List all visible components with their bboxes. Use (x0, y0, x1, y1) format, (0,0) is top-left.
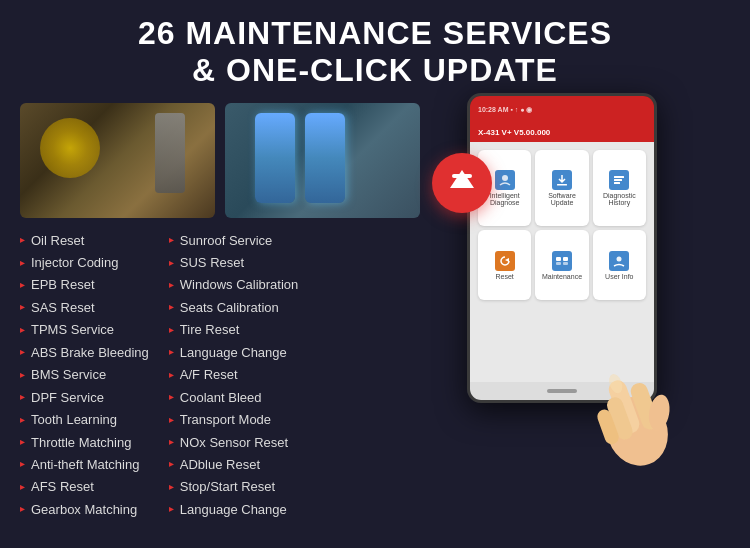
reset-icon (495, 251, 515, 271)
list-item-label: Oil Reset (31, 230, 84, 251)
list-item-label: Anti-theft Matching (31, 454, 139, 475)
svg-rect-6 (556, 257, 561, 261)
bullet-icon: ▸ (169, 277, 174, 294)
list-item-label: Tooth Learning (31, 409, 117, 430)
bullet-icon: ▸ (169, 344, 174, 361)
svg-rect-7 (556, 262, 561, 265)
bullet-icon: ▸ (169, 456, 174, 473)
page-title: 26 MAINTENANCE SERVICES & ONE-CLICK UPDA… (20, 15, 730, 89)
bullet-icon: ▸ (169, 479, 174, 496)
list-item-label: Stop/Start Reset (180, 476, 275, 497)
bullet-icon: ▸ (20, 479, 25, 496)
svg-rect-3 (614, 179, 622, 181)
reset-label: Reset (496, 273, 514, 280)
bullet-icon: ▸ (169, 389, 174, 406)
list-item-label: Throttle Matching (31, 432, 131, 453)
maintenance-icon (552, 251, 572, 271)
svg-rect-8 (563, 257, 568, 261)
bullet-icon: ▸ (20, 389, 25, 406)
services-lists: ▸ Oil Reset ▸ Injector Coding ▸ EPB Rese… (20, 230, 420, 521)
list-item: ▸ Tooth Learning (20, 409, 149, 430)
upload-button[interactable] (432, 153, 492, 213)
list-item: ▸ Injector Coding (20, 252, 149, 273)
bullet-icon: ▸ (169, 255, 174, 272)
history-icon (609, 170, 629, 190)
bullet-icon: ▸ (20, 367, 25, 384)
bullet-icon: ▸ (20, 255, 25, 272)
list-item-label: NOx Sensor Reset (180, 432, 288, 453)
bullet-icon: ▸ (169, 412, 174, 429)
list-item: ▸ Coolant Bleed (169, 387, 299, 408)
list-item-label: Sunroof Service (180, 230, 273, 251)
list-item: ▸ TPMS Service (20, 319, 149, 340)
maintenance-label: Maintenance (542, 273, 582, 280)
diagnose-icon (495, 170, 515, 190)
userinfo-label: User Info (605, 273, 633, 280)
left-list: ▸ Oil Reset ▸ Injector Coding ▸ EPB Rese… (20, 230, 149, 521)
list-item: ▸ Throttle Matching (20, 432, 149, 453)
svg-rect-9 (563, 262, 568, 265)
list-item-label: SAS Reset (31, 297, 95, 318)
list-item: ▸ Sunroof Service (169, 230, 299, 251)
bullet-icon: ▸ (20, 344, 25, 361)
bullet-icon: ▸ (20, 322, 25, 339)
svg-point-10 (617, 256, 622, 261)
list-item: ▸ Gearbox Matching (20, 499, 149, 520)
tablet-icon-userinfo[interactable]: User Info (593, 230, 646, 300)
list-item: ▸ ABS Brake Bleeding (20, 342, 149, 363)
list-item: ▸ A/F Reset (169, 364, 299, 385)
bullet-icon: ▸ (169, 501, 174, 518)
svg-marker-5 (505, 258, 509, 262)
bullet-icon: ▸ (20, 277, 25, 294)
list-item: ▸ Anti-theft Matching (20, 454, 149, 475)
list-item-label: BMS Service (31, 364, 106, 385)
images-row (20, 103, 420, 218)
update-icon (552, 170, 572, 190)
list-item: ▸ Tire Reset (169, 319, 299, 340)
list-item-label: SUS Reset (180, 252, 244, 273)
upload-arrow-icon (450, 170, 474, 188)
upload-line-icon (452, 174, 472, 178)
list-item: ▸ SAS Reset (20, 297, 149, 318)
bullet-icon: ▸ (169, 232, 174, 249)
list-item: ▸ Stop/Start Reset (169, 476, 299, 497)
list-item: ▸ Language Change (169, 342, 299, 363)
bullet-icon: ▸ (20, 501, 25, 518)
tablet-status-bar: 10:28 AM ▪ ↑ ● ◉ (478, 106, 532, 114)
list-item-label: ADblue Reset (180, 454, 260, 475)
userinfo-icon (609, 251, 629, 271)
list-item-label: Language Change (180, 499, 287, 520)
bullet-icon: ▸ (169, 322, 174, 339)
list-item-label: A/F Reset (180, 364, 238, 385)
tablet-icon-update[interactable]: Software Update (535, 150, 588, 227)
list-item: ▸ NOx Sensor Reset (169, 432, 299, 453)
title-line1: 26 MAINTENANCE SERVICES (20, 15, 730, 52)
list-item: ▸ Language Change (169, 499, 299, 520)
list-item-label: Seats Calibration (180, 297, 279, 318)
list-item-label: Language Change (180, 342, 287, 363)
list-item: ▸ Transport Mode (169, 409, 299, 430)
list-item-label: Coolant Bleed (180, 387, 262, 408)
bullet-icon: ▸ (20, 456, 25, 473)
svg-rect-1 (557, 184, 567, 186)
list-item: ▸ BMS Service (20, 364, 149, 385)
svg-rect-4 (614, 182, 620, 184)
tablet-model-label: X-431 V+ V5.00.000 (478, 128, 550, 137)
tablet-icon-history[interactable]: Diagnostic History (593, 150, 646, 227)
bullet-icon: ▸ (20, 412, 25, 429)
bullet-icon: ▸ (169, 299, 174, 316)
tablet-section: 10:28 AM ▪ ↑ ● ◉ X-431 V+ V5.00.000 Inte… (432, 93, 657, 473)
engine-oil-image (20, 103, 215, 218)
left-column: ▸ Oil Reset ▸ Injector Coding ▸ EPB Rese… (20, 103, 420, 521)
list-item-label: AFS Reset (31, 476, 94, 497)
list-item: ▸ Oil Reset (20, 230, 149, 251)
list-item-label: Injector Coding (31, 252, 118, 273)
list-item: ▸ Windows Calibration (169, 274, 299, 295)
tablet-icon-maintenance[interactable]: Maintenance (535, 230, 588, 300)
tablet-icon-reset[interactable]: Reset (478, 230, 531, 300)
tablet-header: 10:28 AM ▪ ↑ ● ◉ (470, 96, 654, 124)
list-item-label: Transport Mode (180, 409, 271, 430)
list-item-label: Tire Reset (180, 319, 239, 340)
content-row: ▸ Oil Reset ▸ Injector Coding ▸ EPB Rese… (20, 103, 730, 521)
bullet-icon: ▸ (169, 367, 174, 384)
